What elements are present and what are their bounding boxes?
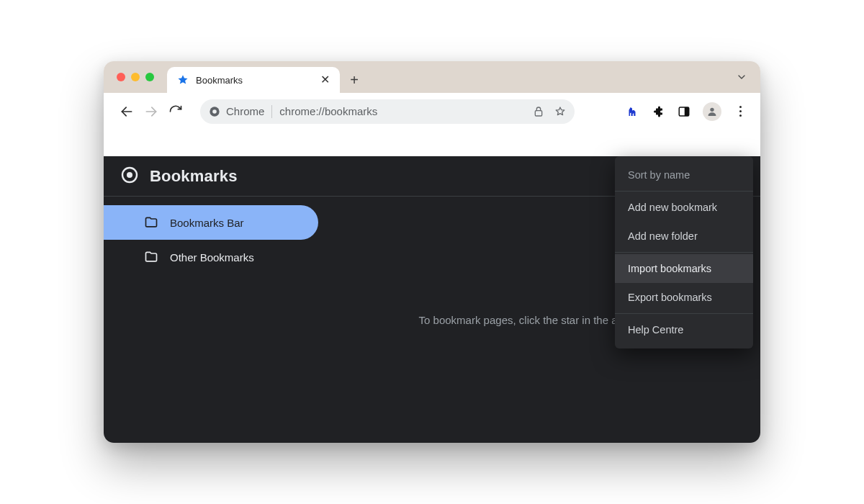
bookmark-star-icon[interactable]	[554, 106, 566, 117]
address-bar[interactable]: Chrome chrome://bookmarks	[200, 99, 575, 124]
svg-point-3	[212, 109, 217, 114]
close-tab-button[interactable]: ✕	[320, 74, 330, 86]
window-controls	[117, 61, 154, 93]
forward-button[interactable]	[141, 102, 161, 122]
svg-rect-6	[685, 107, 689, 116]
toolbar-right	[625, 102, 747, 121]
browser-window: Bookmarks ✕ + Chrome chrome://bookmarks	[104, 61, 760, 443]
browser-tab[interactable]: Bookmarks ✕	[167, 67, 340, 93]
bookmarks-app: Bookmarks Bookmarks Bar Other Bookmarks …	[104, 156, 760, 443]
svg-point-7	[710, 107, 714, 111]
tabs-dropdown-button[interactable]	[736, 71, 747, 86]
sidebar-item-label: Other Bookmarks	[170, 251, 254, 264]
new-tab-button[interactable]: +	[344, 70, 364, 90]
tab-strip: Bookmarks ✕ +	[104, 61, 760, 93]
menu-item-import-bookmarks[interactable]: Import bookmarks	[615, 254, 753, 283]
menu-item-export-bookmarks[interactable]: Export bookmarks	[615, 283, 753, 312]
svg-rect-4	[535, 110, 541, 115]
browser-menu-button[interactable]	[733, 104, 747, 119]
menu-item-add-folder[interactable]: Add new folder	[615, 222, 753, 251]
minimize-window-button[interactable]	[131, 73, 140, 81]
close-window-button[interactable]	[117, 73, 125, 81]
bookmarks-sidebar: Bookmarks Bar Other Bookmarks	[104, 197, 327, 443]
menu-separator	[615, 313, 753, 314]
sidebar-item-other-bookmarks[interactable]: Other Bookmarks	[104, 240, 318, 274]
url-text: chrome://bookmarks	[279, 105, 377, 117]
site-chip: Chrome	[209, 105, 264, 117]
extension-llama-icon[interactable]	[625, 104, 639, 119]
reload-button[interactable]	[166, 102, 186, 122]
toolbar-gap	[104, 130, 760, 156]
menu-item-add-bookmark[interactable]: Add new bookmark	[615, 193, 753, 222]
extensions-icon[interactable]	[651, 104, 665, 119]
chrome-icon	[209, 106, 220, 117]
chevron-down-icon	[736, 71, 747, 83]
maximize-window-button[interactable]	[145, 73, 154, 81]
sidebar-item-label: Bookmarks Bar	[170, 217, 244, 229]
menu-item-label: Add new folder	[628, 230, 698, 242]
menu-item-label: Import bookmarks	[628, 263, 711, 274]
menu-separator	[615, 252, 753, 253]
menu-item-label: Sort by name	[628, 169, 690, 181]
menu-item-label: Export bookmarks	[628, 292, 712, 303]
share-icon[interactable]	[533, 106, 544, 117]
menu-separator	[615, 191, 753, 192]
omnibox-separator	[271, 105, 272, 118]
sidepanel-icon[interactable]	[677, 104, 691, 119]
tab-title: Bookmarks	[196, 75, 243, 86]
back-button[interactable]	[117, 102, 137, 122]
menu-item-sort-by-name[interactable]: Sort by name	[615, 161, 753, 189]
person-icon	[706, 106, 718, 117]
kebab-icon	[739, 106, 742, 117]
chrome-logo-icon	[121, 166, 138, 186]
sidebar-item-bookmarks-bar[interactable]: Bookmarks Bar	[104, 205, 318, 240]
toolbar: Chrome chrome://bookmarks	[104, 93, 760, 130]
profile-avatar[interactable]	[703, 102, 721, 121]
folder-icon	[144, 215, 158, 230]
svg-point-9	[127, 172, 132, 178]
menu-item-label: Add new bookmark	[628, 202, 717, 213]
star-icon	[177, 74, 189, 86]
site-chip-label: Chrome	[226, 105, 264, 117]
folder-icon	[144, 250, 158, 264]
menu-item-label: Help Centre	[628, 324, 683, 336]
bookmarks-overflow-menu: Sort by name Add new bookmark Add new fo…	[615, 156, 753, 348]
menu-item-help-centre[interactable]: Help Centre	[615, 315, 753, 344]
page-title: Bookmarks	[150, 167, 238, 186]
